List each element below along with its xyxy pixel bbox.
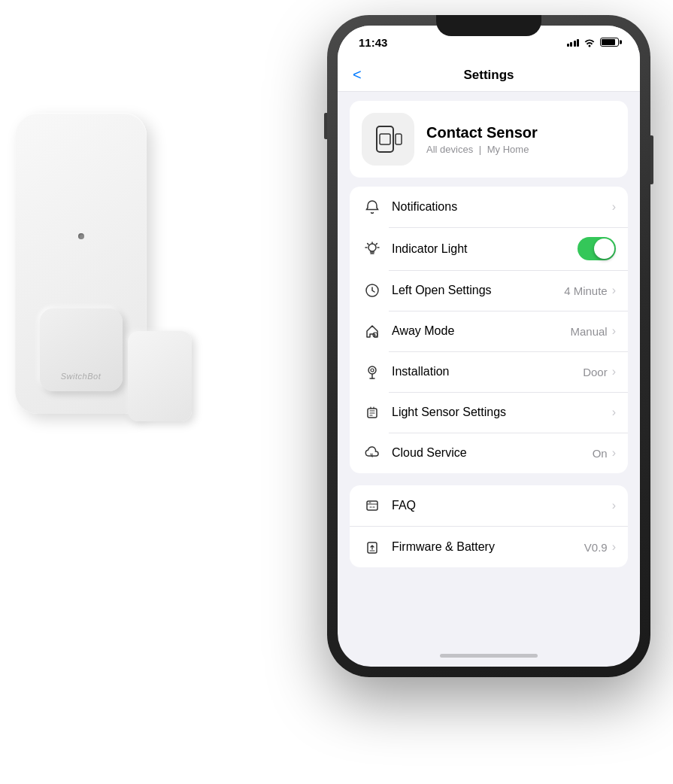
settings-row-light-sensor[interactable]: Light Sensor Settings › <box>350 392 628 433</box>
battery-icon <box>600 38 619 47</box>
signal-icon <box>567 38 580 47</box>
light-sensor-label: Light Sensor Settings <box>392 406 612 419</box>
left-open-label: Left Open Settings <box>392 284 564 297</box>
wifi-icon <box>584 38 596 47</box>
contact-sensor-icon <box>369 120 407 158</box>
svg-point-7 <box>368 366 376 374</box>
home-indicator <box>338 644 640 667</box>
device-button[interactable]: SwitchBot <box>40 308 123 391</box>
nav-title: Settings <box>463 68 514 83</box>
sensor-icon <box>362 402 383 423</box>
away-mode-chevron: › <box>612 324 616 338</box>
firmware-chevron: › <box>612 540 616 554</box>
back-button[interactable]: < <box>353 66 362 84</box>
phone: 11:43 <box>327 15 650 677</box>
left-open-chevron: › <box>612 284 616 297</box>
status-icons <box>567 38 620 47</box>
pin-icon <box>362 361 383 382</box>
svg-rect-1 <box>380 134 390 144</box>
home-icon <box>362 321 383 342</box>
settings-row-firmware[interactable]: Firmware & Battery V0.9 › <box>350 527 628 567</box>
bulb-icon <box>362 239 383 260</box>
light-sensor-chevron: › <box>612 406 616 419</box>
svg-point-8 <box>371 369 374 372</box>
away-mode-value: Manual <box>570 325 607 338</box>
device-header-card: Contact Sensor All devices | My Home <box>350 101 628 178</box>
away-mode-label: Away Mode <box>392 324 570 338</box>
notifications-chevron: › <box>612 200 616 214</box>
cloud-service-value: On <box>593 447 608 460</box>
cloud-service-label: Cloud Service <box>392 446 593 460</box>
installation-chevron: › <box>612 365 616 378</box>
device-icon <box>362 113 414 166</box>
device-name: Contact Sensor <box>426 124 538 141</box>
clock-icon <box>362 280 383 301</box>
device-led-dot <box>78 233 84 239</box>
settings-section-2: FAQ › Firmware & Battery <box>350 485 628 567</box>
left-open-value: 4 Minute <box>564 284 608 297</box>
settings-row-notifications[interactable]: Notifications › <box>350 187 628 227</box>
device-brand-label: SwitchBot <box>61 372 101 381</box>
settings-row-left-open[interactable]: Left Open Settings 4 Minute › <box>350 270 628 311</box>
status-time: 11:43 <box>359 36 387 49</box>
faq-chevron: › <box>612 499 616 512</box>
settings-row-installation[interactable]: Installation Door › <box>350 351 628 392</box>
phone-outer-shell: 11:43 <box>327 15 650 677</box>
settings-row-indicator-light[interactable]: Indicator Light <box>350 227 628 270</box>
device-small-piece <box>128 331 192 421</box>
upload-icon <box>362 536 383 558</box>
scene: SwitchBot 11:43 <box>0 0 673 784</box>
settings-row-away-mode[interactable]: Away Mode Manual › <box>350 311 628 351</box>
device-physical: SwitchBot <box>15 113 147 414</box>
device-breadcrumb: All devices | My Home <box>426 144 538 155</box>
device-info: Contact Sensor All devices | My Home <box>426 124 538 155</box>
bell-icon <box>362 196 383 217</box>
firmware-value: V0.9 <box>584 541 608 554</box>
phone-screen: 11:43 <box>338 26 640 667</box>
indicator-light-toggle[interactable] <box>578 237 616 260</box>
indicator-light-label: Indicator Light <box>392 242 578 256</box>
cloud-service-chevron: › <box>612 446 616 460</box>
faq-label: FAQ <box>392 499 612 512</box>
toggle-knob <box>594 239 614 259</box>
installation-value: Door <box>583 366 608 378</box>
notifications-label: Notifications <box>392 200 612 214</box>
svg-rect-2 <box>396 134 402 144</box>
faq-icon <box>362 495 383 516</box>
settings-row-cloud-service[interactable]: Cloud Service On › <box>350 433 628 473</box>
settings-section-1: Notifications › Indicator Light <box>350 187 628 473</box>
settings-row-faq[interactable]: FAQ › <box>350 485 628 527</box>
device-main-body: SwitchBot <box>15 113 147 414</box>
nav-bar: < Settings <box>338 59 640 92</box>
svg-point-4 <box>368 244 376 251</box>
cloud-icon <box>362 442 383 463</box>
phone-notch <box>436 15 541 36</box>
svg-rect-10 <box>367 501 377 510</box>
installation-label: Installation <box>392 365 583 378</box>
firmware-label: Firmware & Battery <box>392 540 584 554</box>
home-bar <box>440 654 538 658</box>
